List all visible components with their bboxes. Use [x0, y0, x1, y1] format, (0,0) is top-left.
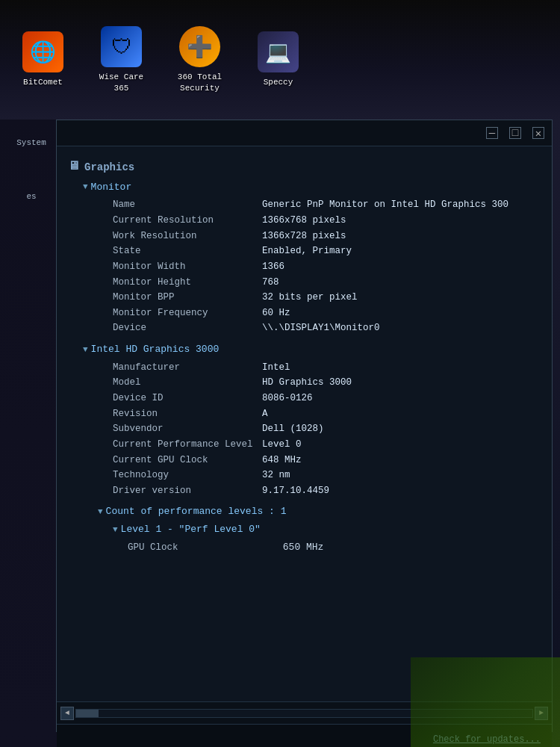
- desktop-icon-360[interactable]: ➕ 360 Total Security: [172, 26, 228, 93]
- prop-row-subvendor: Subvendor Dell (1028): [113, 421, 544, 437]
- prop-row-name: Name Generic PnP Monitor on Intel HD Gra…: [113, 197, 544, 213]
- monitor-section: ▼ Monitor Name Generic PnP Monitor on In…: [83, 180, 544, 336]
- prop-label-workres: Work Resolution: [113, 229, 262, 244]
- graphics-title: Graphics: [84, 159, 134, 176]
- speccy-icon: 💻: [258, 31, 299, 72]
- prop-row-deviceid: Device ID 8086-0126: [113, 391, 544, 406]
- prop-label-revision: Revision: [113, 406, 262, 422]
- graphics-section: 🖥 Graphics ▼ Monitor Name Generic PnP Mo…: [68, 158, 544, 556]
- desktop-icon-bitcomet[interactable]: 🌐 BitComet: [15, 31, 71, 87]
- prop-value-technology: 32 nm: [262, 468, 290, 483]
- perf-count-arrow: ▼: [98, 506, 103, 519]
- prop-label-monfreq: Monitor Frequency: [113, 306, 262, 321]
- prop-value-curres: 1366x768 pixels: [262, 213, 346, 229]
- prop-row-revision: Revision A: [113, 406, 544, 422]
- speccy-label: Speccy: [264, 77, 293, 87]
- perf-level-section: ▼ Level 1 - "Perf Level 0" GPU Clock 650…: [113, 522, 544, 556]
- gpu-header: ▼ Intel HD Graphics 3000: [83, 342, 544, 358]
- prop-label-manufacturer: Manufacturer: [113, 360, 262, 376]
- sidebar: System es: [0, 120, 63, 747]
- sidebar-item-2[interactable]: [28, 166, 35, 173]
- prop-value-driver: 9.17.10.4459: [262, 483, 329, 499]
- window-content: 🖥 Graphics ▼ Monitor Name Generic PnP Mo…: [57, 146, 552, 701]
- prop-row-monfreq: Monitor Frequency 60 Hz: [113, 306, 544, 321]
- prop-value-model: HD Graphics 3000: [262, 375, 352, 391]
- prop-row-model: Model HD Graphics 3000: [113, 375, 544, 391]
- desktop-icon-wisecare[interactable]: 🛡 Wise Care 365: [93, 26, 149, 93]
- perf-count-header: ▼ Count of performance levels : 1: [98, 504, 544, 520]
- prop-value-subvendor: Dell (1028): [262, 421, 324, 437]
- gpu-props-table: Manufacturer Intel Model HD Graphics 300…: [113, 360, 544, 499]
- close-button[interactable]: ✕: [532, 127, 544, 139]
- perf-count-label: Count of performance levels : 1: [106, 504, 287, 520]
- prop-value-workres: 1366x728 pixels: [262, 229, 346, 244]
- monitor-arrow: ▼: [83, 181, 88, 194]
- perf-gpu-clock-row: GPU Clock 650 MHz: [128, 540, 544, 556]
- prop-value-gpuclock: 648 MHz: [262, 453, 302, 468]
- prop-value-monbpp: 32 bits per pixel: [262, 290, 358, 306]
- sidebar-item-es[interactable]: es: [22, 188, 40, 205]
- graphics-icon: 🖥: [68, 158, 80, 177]
- perf-gpu-clock-label: GPU Clock: [128, 540, 277, 555]
- 360-icon: ➕: [179, 26, 220, 67]
- minimize-button[interactable]: —: [486, 127, 498, 139]
- prop-row-driver: Driver version 9.17.10.4459: [113, 483, 544, 499]
- prop-value-monheight: 768: [262, 275, 279, 291]
- maximize-button[interactable]: □: [509, 127, 521, 139]
- prop-value-manufacturer: Intel: [262, 360, 290, 376]
- perf-level-arrow: ▼: [113, 524, 118, 537]
- monitor-header: ▼ Monitor: [83, 180, 544, 196]
- perf-section: ▼ Count of performance levels : 1 ▼ Leve…: [98, 504, 544, 555]
- bitcomet-icon: 🌐: [22, 31, 63, 72]
- sidebar-system-label: System: [16, 138, 46, 147]
- prop-label-driver: Driver version: [113, 483, 262, 499]
- taskbar: 🌐 BitComet 🛡 Wise Care 365 ➕ 360 Total S…: [0, 0, 560, 120]
- gpu-arrow: ▼: [83, 344, 88, 357]
- sidebar-es-label: es: [26, 192, 36, 201]
- prop-row-gpuclock: Current GPU Clock 648 MHz: [113, 453, 544, 468]
- prop-label-model: Model: [113, 375, 262, 391]
- prop-row-manufacturer: Manufacturer Intel: [113, 360, 544, 376]
- prop-row-technology: Technology 32 nm: [113, 468, 544, 483]
- desktop: System es — □ ✕ 🖥 Graphics: [0, 120, 560, 747]
- sidebar-item-system[interactable]: System: [13, 134, 50, 151]
- prop-row-perflevel: Current Performance Level Level 0: [113, 437, 544, 453]
- bitcomet-label: BitComet: [23, 77, 63, 87]
- prop-value-monfreq: 60 Hz: [262, 306, 290, 321]
- prop-label-device: Device: [113, 320, 262, 336]
- prop-value-monwidth: 1366: [262, 259, 284, 275]
- prop-label-monwidth: Monitor Width: [113, 259, 262, 275]
- prop-label-gpuclock: Current GPU Clock: [113, 453, 262, 468]
- scroll-thumb[interactable]: [76, 710, 99, 717]
- prop-label-subvendor: Subvendor: [113, 421, 262, 437]
- monitor-props-table: Name Generic PnP Monitor on Intel HD Gra…: [113, 197, 544, 336]
- prop-label-name: Name: [113, 197, 262, 213]
- graphics-header: 🖥 Graphics: [68, 158, 544, 177]
- prop-label-state: State: [113, 244, 262, 259]
- prop-value-perflevel: Level 0: [262, 437, 302, 453]
- window-titlebar: — □ ✕: [57, 120, 552, 146]
- prop-value-deviceid: 8086-0126: [262, 391, 313, 406]
- prop-value-device: \\.\DISPLAY1\Monitor0: [262, 320, 380, 336]
- prop-label-technology: Technology: [113, 468, 262, 483]
- prop-label-monheight: Monitor Height: [113, 275, 262, 291]
- scroll-left-button[interactable]: ◄: [60, 707, 74, 720]
- prop-row-monheight: Monitor Height 768: [113, 275, 544, 291]
- perf-gpu-clock-value: 650 MHz: [283, 542, 324, 553]
- main-window: — □ ✕ 🖥 Graphics ▼ Mon: [56, 120, 553, 732]
- desktop-icon-speccy[interactable]: 💻 Speccy: [250, 31, 306, 87]
- prop-label-monbpp: Monitor BPP: [113, 290, 262, 306]
- prop-row-monwidth: Monitor Width 1366: [113, 259, 544, 275]
- prop-label-perflevel: Current Performance Level: [113, 437, 262, 453]
- wisecare-label: Wise Care 365: [93, 72, 149, 93]
- prop-label-curres: Current Resolution: [113, 213, 262, 229]
- prop-row-curres: Current Resolution 1366x768 pixels: [113, 213, 544, 229]
- gpu-title: Intel HD Graphics 3000: [91, 342, 220, 358]
- gpu-section: ▼ Intel HD Graphics 3000 Manufacturer In…: [83, 342, 544, 556]
- prop-value-state: Enabled, Primary: [262, 244, 352, 259]
- prop-row-monbpp: Monitor BPP 32 bits per pixel: [113, 290, 544, 306]
- perf-level-header: ▼ Level 1 - "Perf Level 0": [113, 522, 544, 538]
- prop-row-workres: Work Resolution 1366x728 pixels: [113, 229, 544, 244]
- monitor-title: Monitor: [91, 180, 132, 196]
- prop-label-deviceid: Device ID: [113, 391, 262, 406]
